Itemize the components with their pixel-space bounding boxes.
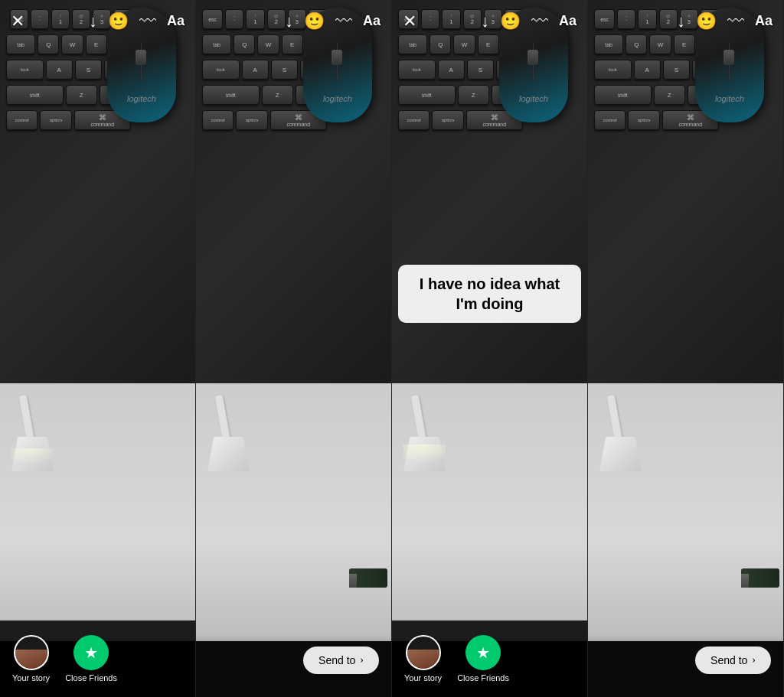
text-icon-1[interactable]: Aa: [167, 13, 185, 29]
avatar-hair-1: [15, 637, 47, 650]
key-opt: option: [40, 110, 71, 130]
your-story-label-1: Your story: [12, 673, 50, 682]
close-friends-item-3[interactable]: ★ Close Friends: [457, 635, 509, 682]
close-icon-3[interactable]: ✕: [403, 11, 416, 31]
top-bar-1: ✕ ↓ 🙂 〰 Aa: [0, 0, 195, 42]
panel-2: esc ~` !1 @2 #3 $4 tab Q W E R lock A: [196, 0, 392, 697]
key-caps-4: lock: [594, 60, 632, 80]
logitech-label-4: logitech: [715, 94, 744, 103]
key-z-3: Z: [458, 85, 489, 105]
draw-icon-2[interactable]: 〰: [335, 11, 352, 31]
overlay-text-3: I have no idea what I'm doing: [409, 274, 570, 314]
key-shift-2: shift: [202, 85, 260, 105]
key-shift-4: shift: [594, 85, 652, 105]
avatar-face-3: [407, 637, 439, 669]
key-caps: lock: [6, 60, 44, 80]
key-z-4: Z: [654, 85, 685, 105]
panel-4: esc ~` !1 @2 #3 $4 tab Q W E R lock A: [588, 0, 784, 697]
send-to-btn-2[interactable]: Send to ›: [695, 647, 771, 674]
your-story-label-3: Your story: [404, 673, 442, 682]
key-shift-3: shift: [398, 85, 456, 105]
key-opt-3: option: [432, 110, 463, 130]
key-z-2: Z: [262, 85, 293, 105]
story-bar-3: Your story ★ Close Friends: [392, 620, 587, 697]
download-icon-3[interactable]: ↓: [481, 11, 489, 31]
draw-icon-1[interactable]: 〰: [139, 11, 156, 31]
top-bar-2: ↓ 🙂 〰 Aa: [196, 0, 391, 42]
top-bar-4: ↓ 🙂 〰 Aa: [588, 0, 783, 42]
download-icon-2[interactable]: ↓: [285, 11, 293, 31]
star-icon-1: ★: [84, 643, 98, 662]
download-icon-1[interactable]: ↓: [89, 11, 97, 31]
star-icon-3: ★: [476, 643, 490, 662]
lamp-3: [403, 395, 446, 471]
usb-tip-2: [349, 574, 357, 588]
close-friends-label-1: Close Friends: [65, 673, 117, 682]
your-story-item-1[interactable]: Your story: [12, 635, 50, 682]
key-caps-3: lock: [398, 60, 436, 80]
close-icon-1[interactable]: ✕: [11, 11, 24, 31]
avatar-1: [14, 635, 49, 670]
keyboard-bg-1: esc ~` !1 @2 #3 $4 tab Q W E R lock A: [0, 0, 195, 383]
logitech-label-2: logitech: [323, 94, 352, 103]
key-z: Z: [66, 85, 97, 105]
top-bar-3: ✕ ↓ 🙂 〰 Aa: [392, 0, 587, 42]
keyboard-bg-2: esc ~` !1 @2 #3 $4 tab Q W E R lock A: [196, 0, 391, 383]
key-a: A: [46, 60, 73, 80]
key-ctrl-3: control: [398, 110, 430, 130]
text-overlay-3: I have no idea what I'm doing: [398, 265, 581, 323]
close-friends-item-1[interactable]: ★ Close Friends: [65, 635, 117, 682]
logitech-label-1: logitech: [127, 94, 156, 103]
close-friends-label-3: Close Friends: [457, 673, 509, 682]
logitech-label-3: logitech: [519, 94, 548, 103]
key-a-3: A: [438, 60, 465, 80]
send-to-btn-1[interactable]: Send to ›: [303, 647, 379, 674]
avatar-face-1: [15, 637, 47, 669]
text-icon-2[interactable]: Aa: [363, 13, 381, 29]
your-story-item-3[interactable]: Your story: [404, 635, 442, 682]
panel-1: esc ~` !1 @2 #3 $4 tab Q W E R lock A: [0, 0, 196, 697]
key-ctrl: control: [6, 110, 38, 130]
text-icon-4[interactable]: Aa: [755, 13, 773, 29]
send-to-label-2: Send to: [710, 654, 747, 666]
close-friends-btn-3[interactable]: ★: [466, 635, 501, 670]
close-friends-btn-1[interactable]: ★: [74, 635, 109, 670]
key-a-2: A: [242, 60, 269, 80]
key-opt-2: option: [236, 110, 267, 130]
draw-icon-3[interactable]: 〰: [531, 11, 548, 31]
key-opt-4: option: [628, 110, 659, 130]
lamp-1: [11, 395, 54, 471]
key-caps-2: lock: [202, 60, 240, 80]
key-shift: shift: [6, 85, 64, 105]
send-to-label-1: Send to: [318, 654, 355, 666]
draw-icon-4[interactable]: 〰: [727, 11, 744, 31]
sticker-icon-4[interactable]: 🙂: [696, 11, 717, 31]
sticker-icon-1[interactable]: 🙂: [108, 11, 129, 31]
lamp-4: [599, 395, 642, 471]
key-ctrl-4: control: [594, 110, 626, 130]
panel-3: esc ~` !1 @2 #3 $4 tab Q W E R lock A: [392, 0, 588, 697]
avatar-3: [406, 635, 441, 670]
send-chevron-2: ›: [752, 654, 756, 666]
avatar-hair-3: [407, 637, 439, 650]
key-a-4: A: [634, 60, 661, 80]
story-bar-1: Your story ★ Close Friends: [0, 620, 195, 697]
keyboard-bg-3: esc ~` !1 @2 #3 $4 tab Q W E R lock A: [392, 0, 587, 383]
usb-tip-4: [741, 574, 749, 588]
lamp-2: [207, 395, 250, 471]
text-icon-3[interactable]: Aa: [559, 13, 577, 29]
key-ctrl-2: control: [202, 110, 234, 130]
sticker-icon-3[interactable]: 🙂: [500, 11, 521, 31]
sticker-icon-2[interactable]: 🙂: [304, 11, 325, 31]
send-chevron-1: ›: [360, 654, 364, 666]
keyboard-bg-4: esc ~` !1 @2 #3 $4 tab Q W E R lock A: [588, 0, 783, 383]
download-icon-4[interactable]: ↓: [677, 11, 685, 31]
